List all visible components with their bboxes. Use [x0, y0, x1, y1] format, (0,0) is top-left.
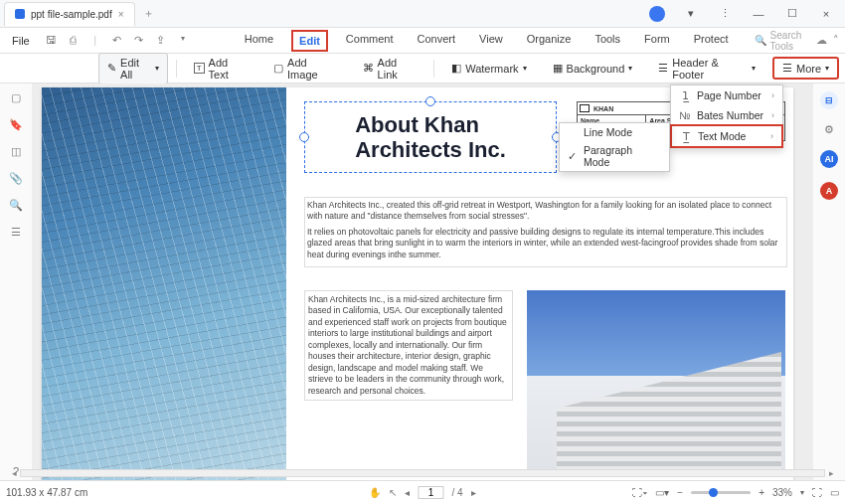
- text-mode-submenu: Line Mode ✓ Paragraph Mode: [559, 122, 670, 172]
- menu-paragraph-mode[interactable]: ✓ Paragraph Mode: [560, 141, 669, 171]
- search-panel-icon[interactable]: 🔍: [9, 199, 23, 212]
- cursor-position: 101.93 x 47.87 cm: [6, 487, 87, 498]
- scroll-left-icon[interactable]: ◂: [8, 468, 20, 478]
- menu-text-mode[interactable]: T̲ Text Mode ›: [670, 124, 783, 148]
- undo-icon[interactable]: ↶: [109, 34, 125, 47]
- file-menu[interactable]: File: [6, 33, 36, 49]
- collapse-ribbon-icon[interactable]: ˄: [833, 34, 839, 47]
- select-tool-icon[interactable]: ↖: [389, 487, 397, 498]
- menu-bates-number[interactable]: № Bates Number ›: [671, 105, 782, 125]
- header-footer-icon: ☰: [658, 62, 668, 75]
- search-tools[interactable]: 🔍 Search Tools: [755, 30, 808, 52]
- text-mode-icon: T̲: [680, 130, 692, 142]
- close-window-button[interactable]: ×: [813, 3, 839, 25]
- page-total: / 4: [451, 487, 462, 498]
- reading-mode-icon[interactable]: ▭: [830, 487, 839, 498]
- thumbnails-icon[interactable]: ▢: [11, 91, 21, 104]
- background-button[interactable]: ▦ Background ▾: [544, 58, 642, 79]
- ribbon-edit: ✎ Edit All ▾ T Add Text ▢ Add Image ⌘ Ad…: [0, 54, 845, 84]
- resize-handle-top[interactable]: [425, 96, 435, 106]
- pdf-icon: [15, 9, 25, 19]
- check-icon: ✓: [568, 150, 578, 162]
- zoom-in-icon[interactable]: +: [759, 487, 764, 498]
- horizontal-scrollbar[interactable]: ◂ ▸: [8, 468, 837, 478]
- collapse-panel-icon[interactable]: ⊟: [820, 91, 838, 109]
- main-tabs: Home Edit Comment Convert View Organize …: [239, 30, 735, 52]
- zoom-value: 33%: [772, 487, 792, 498]
- user-avatar[interactable]: [644, 3, 670, 25]
- new-tab-button[interactable]: ＋: [143, 6, 154, 21]
- scroll-right-icon[interactable]: ▸: [825, 468, 837, 478]
- bookmarks-icon[interactable]: 🔖: [9, 118, 23, 131]
- kebab-menu-icon[interactable]: ⋮: [712, 3, 738, 25]
- add-text-button[interactable]: T Add Text: [185, 53, 256, 84]
- background-icon: ▦: [553, 62, 563, 75]
- cloud-icon[interactable]: ☁: [816, 34, 827, 47]
- resize-handle-left[interactable]: [299, 132, 309, 142]
- properties-icon[interactable]: ⚙: [824, 123, 834, 136]
- title-text-frame[interactable]: About Khan Architects Inc.: [304, 101, 557, 173]
- tab-view[interactable]: View: [473, 30, 509, 52]
- tab-convert[interactable]: Convert: [412, 30, 462, 52]
- edit-all-button[interactable]: ✎ Edit All ▾: [98, 53, 168, 84]
- header-footer-button[interactable]: ☰ Header & Footer ▾: [649, 53, 764, 84]
- attachments-icon[interactable]: 📎: [9, 172, 23, 185]
- fullscreen-icon[interactable]: ⛶: [812, 487, 822, 498]
- titlebar: ppt file-sample.pdf × ＋ ▾ ⋮ — ☐ ×: [0, 0, 845, 28]
- page-number-icon: 1̲: [679, 89, 691, 101]
- title-text[interactable]: About Khan Architects Inc.: [355, 112, 506, 163]
- view-mode-icon[interactable]: ▭▾: [655, 487, 669, 498]
- maximize-button[interactable]: ☐: [779, 3, 805, 25]
- link-icon: ⌘: [363, 62, 374, 75]
- bates-number-icon: №: [679, 109, 691, 121]
- watermark-icon: ◧: [451, 62, 461, 75]
- tab-home[interactable]: Home: [239, 30, 279, 52]
- menu-line-mode[interactable]: Line Mode: [560, 123, 669, 141]
- chevron-right-icon: ›: [771, 110, 774, 120]
- text-icon: T: [194, 63, 205, 74]
- pencil-icon: ✎: [107, 62, 116, 75]
- secondary-image: [527, 290, 785, 477]
- fields-icon[interactable]: ☰: [11, 226, 21, 239]
- statusbar: 101.93 x 47.87 cm ✋ ↖ ◂ / 4 ▸ ⛶▾ ▭▾ − + …: [0, 480, 845, 504]
- hero-image: [42, 87, 286, 481]
- share-icon[interactable]: ⇪: [153, 34, 169, 47]
- hand-tool-icon[interactable]: ✋: [369, 487, 381, 498]
- minimize-button[interactable]: —: [746, 3, 771, 25]
- page-input[interactable]: [418, 486, 443, 499]
- menu-page-number[interactable]: 1̲ Page Number ›: [671, 85, 782, 105]
- slider-thumb[interactable]: [709, 488, 718, 497]
- document-tab[interactable]: ppt file-sample.pdf ×: [4, 2, 135, 26]
- save-icon[interactable]: 🖫: [44, 34, 60, 47]
- fit-mode-icon[interactable]: ⛶▾: [632, 487, 647, 498]
- tab-comment[interactable]: Comment: [340, 30, 400, 52]
- scroll-track[interactable]: [20, 469, 825, 477]
- redo-icon[interactable]: ↷: [131, 34, 147, 47]
- right-sidebar: ⊟ ⚙ AI A: [813, 84, 845, 485]
- zoom-slider[interactable]: [691, 491, 751, 494]
- paragraph-block-2[interactable]: Khan Architects Inc., is a mid-sized arc…: [304, 290, 513, 401]
- add-image-button[interactable]: ▢ Add Image: [264, 53, 346, 84]
- paragraph-block-1[interactable]: Khan Architects Inc., created this off-g…: [304, 197, 787, 267]
- chevron-right-icon: ›: [770, 131, 773, 141]
- tab-organize[interactable]: Organize: [521, 30, 578, 52]
- tab-edit[interactable]: Edit: [291, 30, 328, 52]
- close-tab-icon[interactable]: ×: [118, 9, 124, 20]
- watermark-button[interactable]: ◧ Watermark ▾: [442, 58, 535, 79]
- chevron-down-icon: ▾: [155, 64, 159, 73]
- layers-icon[interactable]: ◫: [11, 145, 21, 158]
- ai-assistant-icon[interactable]: AI: [820, 150, 838, 168]
- zoom-out-icon[interactable]: −: [677, 487, 683, 498]
- tab-form[interactable]: Form: [638, 30, 676, 52]
- print-icon[interactable]: ⎙: [66, 34, 82, 47]
- left-sidebar: ▢ 🔖 ◫ 📎 🔍 ☰ ?: [0, 84, 32, 485]
- more-button[interactable]: ☰ More ▾: [772, 57, 839, 80]
- next-page-icon[interactable]: ▸: [471, 487, 476, 498]
- tab-title: ppt file-sample.pdf: [31, 9, 112, 20]
- app-services-icon[interactable]: A: [820, 182, 838, 200]
- tab-tools[interactable]: Tools: [589, 30, 626, 52]
- prev-page-icon[interactable]: ◂: [405, 487, 410, 498]
- app-menu-icon[interactable]: ▾: [678, 3, 704, 25]
- add-link-button[interactable]: ⌘ Add Link: [354, 53, 426, 84]
- tab-protect[interactable]: Protect: [688, 30, 735, 52]
